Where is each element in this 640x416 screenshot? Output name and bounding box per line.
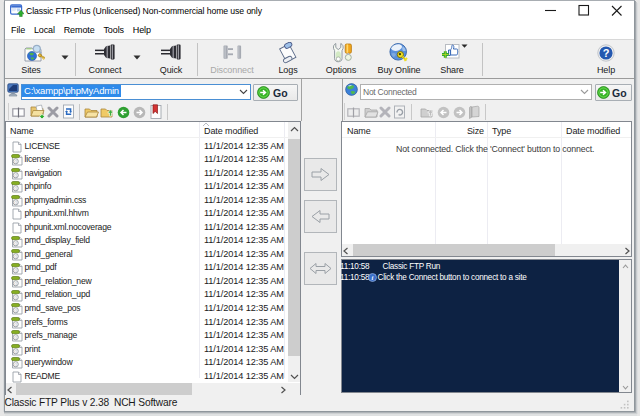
svg-text:?: ? [603,47,610,59]
svg-text:i: i [371,274,373,281]
